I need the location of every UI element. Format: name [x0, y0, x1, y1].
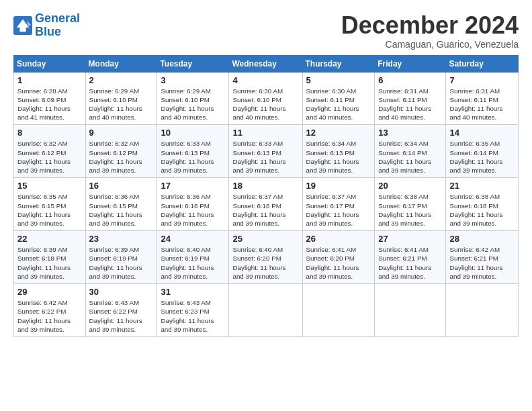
- day-number: 23: [89, 234, 154, 244]
- day-number: 24: [161, 234, 225, 244]
- day-number: 26: [306, 234, 371, 244]
- table-row: [375, 284, 446, 337]
- day-info: Sunrise: 6:42 AMSunset: 6:21 PMDaylight:…: [449, 245, 515, 281]
- table-row: 7Sunrise: 6:31 AMSunset: 6:11 PMDaylight…: [446, 72, 519, 125]
- table-row: 31Sunrise: 6:43 AMSunset: 6:23 PMDayligh…: [157, 284, 229, 337]
- table-row: 24Sunrise: 6:40 AMSunset: 6:19 PMDayligh…: [157, 231, 229, 284]
- table-row: 10Sunrise: 6:33 AMSunset: 6:13 PMDayligh…: [157, 125, 229, 178]
- header-monday: Monday: [85, 55, 157, 72]
- day-info: Sunrise: 6:39 AMSunset: 6:19 PMDaylight:…: [89, 245, 154, 281]
- calendar-table: Sunday Monday Tuesday Wednesday Thursday…: [13, 55, 519, 337]
- table-row: 18Sunrise: 6:37 AMSunset: 6:16 PMDayligh…: [229, 178, 302, 231]
- day-number: 19: [306, 181, 371, 191]
- day-info: Sunrise: 6:42 AMSunset: 6:22 PMDaylight:…: [17, 298, 82, 334]
- table-row: 17Sunrise: 6:36 AMSunset: 6:16 PMDayligh…: [157, 178, 229, 231]
- table-row: 19Sunrise: 6:37 AMSunset: 6:17 PMDayligh…: [302, 178, 375, 231]
- day-info: Sunrise: 6:41 AMSunset: 6:20 PMDaylight:…: [306, 245, 371, 281]
- day-info: Sunrise: 6:38 AMSunset: 6:18 PMDaylight:…: [449, 192, 515, 228]
- day-number: 29: [17, 287, 82, 297]
- day-info: Sunrise: 6:43 AMSunset: 6:22 PMDaylight:…: [89, 298, 154, 334]
- header-tuesday: Tuesday: [157, 55, 229, 72]
- logo-text: General Blue: [35, 12, 80, 39]
- table-row: 22Sunrise: 6:39 AMSunset: 6:18 PMDayligh…: [14, 231, 86, 284]
- table-row: 4Sunrise: 6:30 AMSunset: 6:10 PMDaylight…: [229, 72, 302, 125]
- calendar-week-1: 1Sunrise: 6:28 AMSunset: 6:09 PMDaylight…: [14, 72, 519, 125]
- table-row: 16Sunrise: 6:36 AMSunset: 6:15 PMDayligh…: [85, 178, 157, 231]
- day-info: Sunrise: 6:37 AMSunset: 6:17 PMDaylight:…: [306, 192, 371, 228]
- day-number: 3: [161, 75, 225, 85]
- header-friday: Friday: [375, 55, 446, 72]
- day-number: 11: [232, 128, 298, 138]
- location-subtitle: Camaguan, Guarico, Venezuela: [341, 39, 519, 50]
- logo-blue: Blue: [35, 25, 61, 38]
- table-row: 27Sunrise: 6:41 AMSunset: 6:21 PMDayligh…: [375, 231, 446, 284]
- day-info: Sunrise: 6:31 AMSunset: 6:11 PMDaylight:…: [378, 87, 442, 122]
- day-number: 15: [17, 181, 82, 191]
- day-number: 4: [232, 75, 298, 85]
- table-row: [446, 284, 519, 337]
- day-info: Sunrise: 6:32 AMSunset: 6:12 PMDaylight:…: [17, 139, 82, 175]
- table-row: [302, 284, 375, 337]
- day-info: Sunrise: 6:40 AMSunset: 6:19 PMDaylight:…: [161, 245, 225, 281]
- day-info: Sunrise: 6:36 AMSunset: 6:16 PMDaylight:…: [161, 192, 225, 228]
- table-row: 25Sunrise: 6:40 AMSunset: 6:20 PMDayligh…: [229, 231, 302, 284]
- table-row: 15Sunrise: 6:35 AMSunset: 6:15 PMDayligh…: [14, 178, 86, 231]
- calendar-week-2: 8Sunrise: 6:32 AMSunset: 6:12 PMDaylight…: [14, 125, 519, 178]
- day-number: 10: [161, 128, 225, 138]
- table-row: 23Sunrise: 6:39 AMSunset: 6:19 PMDayligh…: [85, 231, 157, 284]
- table-row: 3Sunrise: 6:29 AMSunset: 6:10 PMDaylight…: [157, 72, 229, 125]
- table-row: 5Sunrise: 6:30 AMSunset: 6:11 PMDaylight…: [302, 72, 375, 125]
- day-number: 5: [306, 75, 371, 85]
- table-row: 13Sunrise: 6:34 AMSunset: 6:14 PMDayligh…: [375, 125, 446, 178]
- day-number: 22: [17, 234, 82, 244]
- day-number: 8: [17, 128, 82, 138]
- day-info: Sunrise: 6:40 AMSunset: 6:20 PMDaylight:…: [232, 245, 298, 281]
- table-row: 6Sunrise: 6:31 AMSunset: 6:11 PMDaylight…: [375, 72, 446, 125]
- day-number: 18: [232, 181, 298, 191]
- day-number: 14: [449, 128, 515, 138]
- calendar-page: General Blue December 2024 Camaguan, Gua…: [0, 0, 532, 344]
- day-number: 31: [161, 287, 225, 297]
- table-row: 9Sunrise: 6:32 AMSunset: 6:12 PMDaylight…: [85, 125, 157, 178]
- day-number: 1: [17, 75, 82, 85]
- day-number: 9: [89, 128, 154, 138]
- title-block: December 2024 Camaguan, Guarico, Venezue…: [341, 12, 519, 50]
- table-row: 14Sunrise: 6:35 AMSunset: 6:14 PMDayligh…: [446, 125, 519, 178]
- day-number: 30: [89, 287, 154, 297]
- day-info: Sunrise: 6:43 AMSunset: 6:23 PMDaylight:…: [161, 298, 225, 334]
- day-number: 16: [89, 181, 154, 191]
- table-row: 8Sunrise: 6:32 AMSunset: 6:12 PMDaylight…: [14, 125, 86, 178]
- logo-general: General: [35, 11, 80, 25]
- calendar-week-5: 29Sunrise: 6:42 AMSunset: 6:22 PMDayligh…: [14, 284, 519, 337]
- day-info: Sunrise: 6:36 AMSunset: 6:15 PMDaylight:…: [89, 192, 154, 228]
- day-number: 20: [378, 181, 442, 191]
- day-info: Sunrise: 6:29 AMSunset: 6:10 PMDaylight:…: [89, 87, 154, 122]
- day-info: Sunrise: 6:34 AMSunset: 6:13 PMDaylight:…: [306, 139, 371, 175]
- day-info: Sunrise: 6:41 AMSunset: 6:21 PMDaylight:…: [378, 245, 442, 281]
- calendar-week-3: 15Sunrise: 6:35 AMSunset: 6:15 PMDayligh…: [14, 178, 519, 231]
- day-number: 25: [232, 234, 298, 244]
- day-number: 27: [378, 234, 442, 244]
- day-number: 21: [449, 181, 515, 191]
- day-info: Sunrise: 6:28 AMSunset: 6:09 PMDaylight:…: [17, 87, 82, 122]
- day-info: Sunrise: 6:38 AMSunset: 6:17 PMDaylight:…: [378, 192, 442, 228]
- day-number: 12: [306, 128, 371, 138]
- day-info: Sunrise: 6:30 AMSunset: 6:11 PMDaylight:…: [306, 87, 371, 122]
- day-number: 17: [161, 181, 225, 191]
- day-number: 13: [378, 128, 442, 138]
- day-number: 6: [378, 75, 442, 85]
- table-row: 11Sunrise: 6:33 AMSunset: 6:13 PMDayligh…: [229, 125, 302, 178]
- header-saturday: Saturday: [446, 55, 519, 72]
- header-thursday: Thursday: [302, 55, 375, 72]
- day-info: Sunrise: 6:30 AMSunset: 6:10 PMDaylight:…: [232, 87, 298, 122]
- day-info: Sunrise: 6:29 AMSunset: 6:10 PMDaylight:…: [161, 87, 225, 122]
- table-row: 28Sunrise: 6:42 AMSunset: 6:21 PMDayligh…: [446, 231, 519, 284]
- header-wednesday: Wednesday: [229, 55, 302, 72]
- month-title: December 2024: [341, 12, 519, 39]
- day-number: 2: [89, 75, 154, 85]
- table-row: 29Sunrise: 6:42 AMSunset: 6:22 PMDayligh…: [14, 284, 86, 337]
- table-row: 21Sunrise: 6:38 AMSunset: 6:18 PMDayligh…: [446, 178, 519, 231]
- table-row: 30Sunrise: 6:43 AMSunset: 6:22 PMDayligh…: [85, 284, 157, 337]
- day-info: Sunrise: 6:31 AMSunset: 6:11 PMDaylight:…: [449, 87, 515, 122]
- calendar-header-row: Sunday Monday Tuesday Wednesday Thursday…: [14, 55, 519, 72]
